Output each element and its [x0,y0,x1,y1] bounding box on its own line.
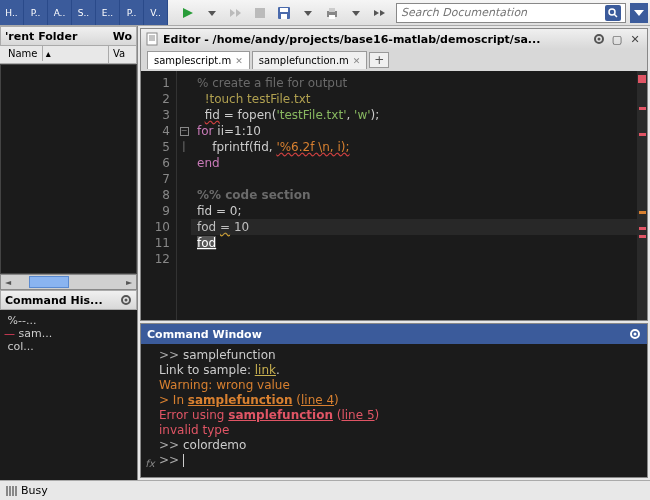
editor-tab[interactable]: samplescript.m✕ [147,51,250,69]
search-input[interactable] [396,3,626,23]
svg-marker-1 [208,11,216,16]
ribbon-tab[interactable]: H.. [0,0,24,25]
dropdown-icon[interactable] [297,3,319,23]
svg-marker-17 [634,10,644,16]
column-header-name[interactable]: Name ▴ [0,46,109,63]
svg-point-19 [125,299,128,302]
command-window-panel: Command Window fx >> samplefunction Link… [140,323,648,478]
editor-title: Editor - /home/andy/projects/base16-matl… [163,33,589,46]
close-tab-icon[interactable]: ✕ [353,56,361,66]
command-history-panel: Command His... %--... — sam... col... [0,290,137,480]
panel-title-label: Command His... [5,294,103,307]
svg-rect-10 [329,8,335,12]
folder-tree[interactable] [0,64,137,274]
dropdown-icon[interactable] [345,3,367,23]
line-gutter: 123456789101112 [141,71,177,320]
svg-marker-2 [230,9,235,17]
add-tab-button[interactable]: + [369,52,389,68]
scroll-left-icon[interactable]: ◄ [1,275,15,289]
svg-marker-12 [352,11,360,16]
ribbon-tab[interactable]: A.. [48,0,72,25]
svg-rect-20 [147,33,157,45]
busy-indicator-icon [6,486,17,496]
layout-dropdown[interactable] [630,3,648,23]
svg-marker-3 [236,9,241,17]
run-button[interactable] [177,3,199,23]
scroll-right-icon[interactable]: ► [122,275,136,289]
svg-point-25 [598,38,601,41]
svg-rect-11 [329,15,335,19]
editor-tabs: samplescript.m✕ samplefunction.m✕ + [141,49,647,71]
main-toolbar: H.. P.. A.. S.. E.. P.. V.. [0,0,650,26]
dropdown-icon[interactable] [201,3,223,23]
history-list[interactable]: %--... — sam... col... [0,310,137,480]
svg-marker-13 [374,10,379,16]
overflow-icon[interactable] [369,3,391,23]
status-text: Busy [21,484,48,497]
print-icon[interactable] [321,3,343,23]
panel-title-label: Command Window [147,328,262,341]
ribbon-tab[interactable]: V.. [144,0,168,25]
current-folder-panel: 'rent Folder Wo Name ▴ Va ◄ ► [0,26,137,290]
ribbon-tabs: H.. P.. A.. S.. E.. P.. V.. [0,0,168,25]
svg-rect-7 [281,14,287,19]
ribbon-tab[interactable]: P.. [120,0,144,25]
editor-tab[interactable]: samplefunction.m✕ [252,51,368,69]
svg-marker-14 [380,10,385,16]
search-icon[interactable] [605,5,621,21]
fold-minus-icon[interactable]: − [180,127,189,136]
ribbon-tab[interactable]: E.. [96,0,120,25]
save-icon[interactable] [273,3,295,23]
step-button[interactable] [225,3,247,23]
close-tab-icon[interactable]: ✕ [235,56,243,66]
svg-line-16 [614,14,617,17]
horizontal-scrollbar[interactable]: ◄ ► [0,274,137,290]
gear-icon[interactable] [120,294,132,306]
svg-rect-4 [255,8,265,18]
editor-panel: Editor - /home/andy/projects/base16-matl… [140,28,648,321]
ribbon-tab[interactable]: S.. [72,0,96,25]
scroll-thumb[interactable] [29,276,69,288]
panel-title-label: Wo [113,30,132,43]
close-icon[interactable]: ✕ [627,31,643,47]
cursor [183,454,184,467]
ribbon-tab[interactable]: P.. [24,0,48,25]
gear-icon[interactable] [591,31,607,47]
svg-marker-0 [183,8,193,18]
stop-button[interactable] [249,3,271,23]
status-bar: Busy [0,480,650,500]
marker-bar[interactable] [637,71,647,320]
gear-icon[interactable] [629,328,641,340]
svg-marker-8 [304,11,312,16]
command-window[interactable]: fx >> samplefunction Link to sample: lin… [141,344,647,477]
editor-icon [145,32,159,46]
error-summary-icon[interactable] [638,75,646,83]
svg-point-27 [634,333,637,336]
fx-icon[interactable]: fx [141,348,159,473]
search-field[interactable] [401,6,605,19]
column-header-value[interactable]: Va [109,46,137,63]
fold-gutter[interactable]: − │ [177,71,191,320]
undock-icon[interactable]: ▢ [609,31,625,47]
svg-rect-6 [280,8,288,12]
code-editor[interactable]: 123456789101112 − │ % create a file for … [141,71,647,320]
panel-title-label: 'rent Folder [5,30,77,43]
